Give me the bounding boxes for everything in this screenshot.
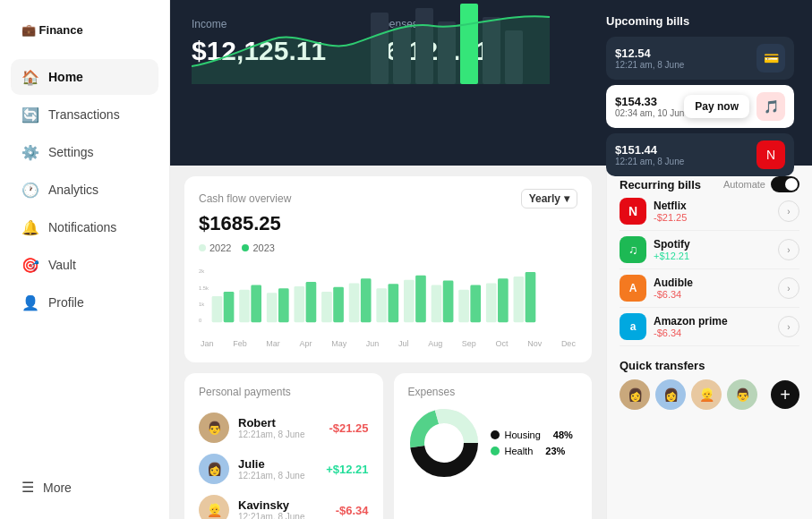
payment-amount-julie: +$12.21 — [326, 463, 368, 476]
settings-icon: ⚙️ — [21, 143, 39, 161]
more-button[interactable]: ☰ More — [11, 470, 158, 505]
bill-card-2[interactable]: $154.33 02:34 am, 10 Jun Pay now 🎵 — [606, 85, 794, 128]
spotify-chevron[interactable]: › — [778, 239, 799, 260]
payment-date-robert: 12:21am, 8 June — [238, 430, 320, 439]
expenses-title: Expenses — [408, 386, 578, 398]
sidebar-item-label: Home — [48, 70, 83, 84]
yearly-filter[interactable]: Yearly ▾ — [521, 189, 577, 208]
bill-date-3: 12:21 am, 8 June — [615, 157, 684, 166]
svg-rect-31 — [486, 283, 497, 322]
recurring-info-netflix: Netflix -$21.25 — [654, 200, 771, 223]
spotify-icon: ♫ — [620, 236, 646, 263]
netflix-chevron[interactable]: › — [778, 200, 799, 222]
svg-rect-19 — [321, 292, 332, 322]
svg-rect-34 — [526, 272, 536, 322]
payment-item-robert: 👨 Robert 12:21am, 8 June -$21.25 — [199, 407, 369, 448]
top-banner: Income $12,125.11 Expenses $6,125.11 — [170, 0, 812, 166]
quick-avatar-1[interactable]: 👩 — [620, 379, 650, 410]
sidebar-item-label: Analytics — [48, 183, 98, 197]
automate-toggle[interactable] — [771, 176, 799, 192]
audible-chevron[interactable]: › — [778, 277, 799, 299]
quick-avatar-3[interactable]: 👱 — [691, 379, 722, 410]
bill-icon-1: 💳 — [756, 44, 785, 72]
svg-text:2k: 2k — [199, 268, 204, 274]
recurring-item-spotify: ♫ Spotify +$12.21 › — [620, 231, 799, 269]
sidebar-item-label: Transactions — [48, 107, 120, 122]
pay-now-button[interactable]: Pay now — [684, 95, 749, 118]
amazon-icon: a — [620, 313, 646, 340]
payment-info-kavinsky: Kavinsky 12:21am, 8 June — [238, 498, 327, 519]
bar-chart: 2k 1.5k 1k 0 — [199, 260, 577, 350]
svg-rect-15 — [267, 293, 278, 322]
recurring-item-amazon: a Amazon prime -$6.34 › — [620, 308, 799, 346]
sidebar-bottom: ☰ More — [11, 470, 158, 505]
quick-transfers-title: Quick transfers — [620, 359, 799, 372]
bill-amount-1: $12.54 — [615, 47, 684, 60]
toggle-dot — [785, 178, 798, 191]
bill-date-2: 02:34 am, 10 Jun — [615, 108, 684, 118]
chart-x-labels: JanFebMarAprMayJunJulAugSepOctNovDec — [199, 339, 577, 348]
chevron-down-icon: ▾ — [564, 192, 569, 205]
svg-rect-32 — [498, 278, 509, 322]
recurring-item-netflix: N Netflix -$21.25 › — [620, 192, 799, 231]
svg-rect-17 — [294, 286, 304, 322]
add-transfer-button[interactable]: + — [771, 380, 799, 409]
quick-avatars-row: 👩 👩 👱 👨 + — [620, 379, 799, 410]
donut-chart — [408, 407, 480, 479]
payment-date-julie: 12:21am, 8 June — [238, 471, 317, 481]
payment-info-robert: Robert 12:21am, 8 June — [238, 416, 320, 439]
bill-icon-2: 🎵 — [756, 92, 785, 121]
amazon-chevron[interactable]: › — [778, 316, 799, 337]
payment-name-julie: Julie — [238, 457, 317, 471]
svg-text:0: 0 — [199, 318, 202, 323]
svg-rect-24 — [389, 284, 399, 322]
home-icon: 🏠 — [21, 68, 39, 86]
svg-rect-23 — [376, 288, 387, 322]
payment-name-robert: Robert — [238, 416, 320, 430]
bottom-section: Personal payments 👨 Robert 12:21am, 8 Ju… — [184, 373, 592, 519]
analytics-icon: 🕐 — [21, 181, 39, 199]
payment-amount-kavinsky: -$6.34 — [336, 504, 369, 517]
bill-card-3[interactable]: $151.44 12:21 am, 8 June N — [606, 133, 794, 176]
cash-flow-card: Cash flow overview Yearly ▾ $1685.25 202… — [184, 176, 592, 362]
recurring-info-spotify: Spotify +$12.21 — [654, 238, 771, 261]
sidebar-item-vault[interactable]: 🎯 Vault — [11, 247, 158, 283]
expenses-card: Expenses Housi — [394, 373, 593, 519]
sidebar-item-settings[interactable]: ⚙️ Settings — [11, 134, 158, 170]
sidebar-item-profile[interactable]: 👤 Profile — [11, 285, 158, 320]
bill-card-1[interactable]: $12.54 12:21 am, 8 June 💳 — [606, 37, 794, 80]
quick-avatar-4[interactable]: 👨 — [727, 379, 757, 410]
audible-icon: A — [620, 275, 646, 302]
main-content: Income $12,125.11 Expenses $6,125.11 — [170, 0, 812, 519]
quick-avatar-2[interactable]: 👩 — [655, 379, 686, 410]
svg-rect-18 — [306, 282, 317, 322]
recurring-info-audible: Audible -$6.34 — [654, 277, 771, 300]
svg-rect-11 — [212, 296, 223, 322]
sidebar-item-notifications[interactable]: 🔔 Notifications — [11, 209, 158, 245]
sidebar-item-label: Settings — [48, 145, 94, 159]
sidebar-item-label: Notifications — [48, 220, 116, 234]
sidebar-item-analytics[interactable]: 🕐 Analytics — [11, 172, 158, 208]
quick-transfers-section: Quick transfers 👩 👩 👱 👨 + — [620, 359, 799, 410]
svg-rect-14 — [251, 285, 261, 323]
recurring-bills-section: Recurring bills Automate N Netflix -$21.… — [620, 176, 799, 346]
netflix-icon: N — [620, 198, 646, 225]
payment-name-kavinsky: Kavinsky — [238, 498, 327, 512]
sidebar-item-home[interactable]: 🏠 Home — [11, 59, 158, 95]
recurring-item-audible: A Audible -$6.34 › — [620, 269, 799, 308]
right-panel: Recurring bills Automate N Netflix -$21.… — [606, 166, 812, 519]
cash-flow-title: Cash flow overview — [199, 192, 291, 205]
svg-rect-12 — [224, 292, 235, 322]
menu-icon: ☰ — [21, 479, 34, 496]
payment-item-kavinsky: 👱 Kavinsky 12:21am, 8 June -$6.34 — [199, 489, 369, 519]
sidebar: 💼 Finance 🏠 Home 🔄 Transactions ⚙️ Setti… — [0, 0, 170, 519]
upcoming-bills-title: Upcoming bills — [606, 14, 794, 28]
cash-flow-amount: $1685.25 — [199, 212, 577, 235]
expense-health-label: Health — [505, 446, 534, 456]
bill-icon-3: N — [756, 140, 785, 169]
avatar-kavinsky: 👱 — [199, 495, 229, 519]
sidebar-item-transactions[interactable]: 🔄 Transactions — [11, 97, 158, 132]
more-label: More — [43, 481, 72, 495]
expense-housing-percent: 48% — [553, 430, 573, 440]
cash-flow-legend: 2022 2023 — [199, 242, 577, 253]
